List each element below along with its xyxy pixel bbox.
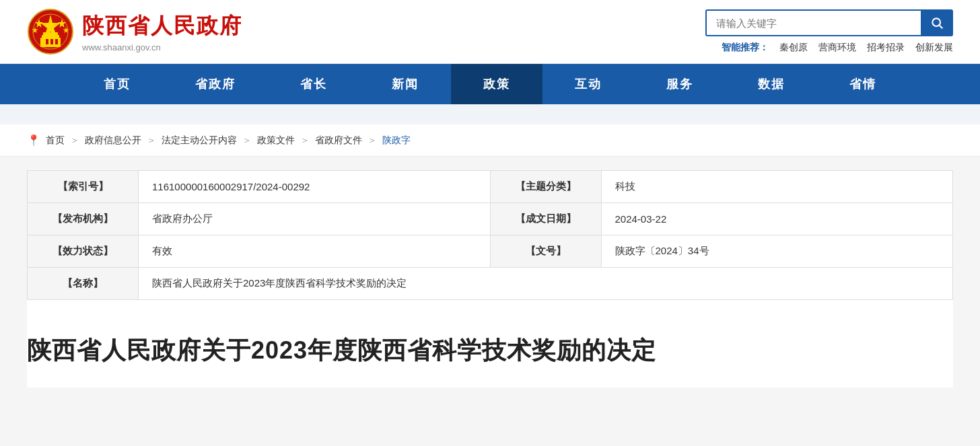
index-value: 116100000160002917/2024-00292: [139, 171, 491, 203]
table-row-publisher: 【发布机构】 省政府办公厅 【成文日期】 2024-03-22: [28, 203, 953, 235]
doc-title-area: 陕西省人民政府关于2023年度陕西省科学技术奖励的决定: [27, 320, 953, 387]
nav-item-government[interactable]: 省政府: [163, 64, 268, 104]
nav-item-interact[interactable]: 互动: [542, 64, 634, 104]
breadcrumb-policy-file[interactable]: 政策文件: [257, 135, 295, 147]
nav-item-province[interactable]: 省情: [817, 64, 909, 104]
date-label: 【成文日期】: [490, 203, 601, 235]
emblem-icon: [27, 8, 74, 55]
doc-main-title: 陕西省人民政府关于2023年度陕西省科学技术奖励的决定: [27, 334, 953, 367]
breadcrumb-sep-2: ＞: [147, 135, 156, 147]
topic-value: 科技: [601, 171, 953, 203]
search-bar: [705, 9, 953, 36]
svg-rect-9: [43, 32, 58, 36]
doc-no-value: 陕政字〔2024〕34号: [601, 235, 953, 268]
smart-recommend: 智能推荐： 秦创原 营商环境 招考招录 创新发展: [722, 42, 953, 54]
breadcrumb-home[interactable]: 首页: [46, 135, 65, 147]
table-row-name: 【名称】 陕西省人民政府关于2023年度陕西省科学技术奖励的决定: [28, 268, 953, 300]
breadcrumb-sep-4: ＞: [300, 135, 310, 147]
svg-rect-10: [46, 39, 48, 44]
logo-area: 陕西省人民政府 www.shaanxi.gov.cn: [27, 8, 242, 55]
breadcrumb-sep-3: ＞: [242, 135, 252, 147]
date-value: 2024-03-22: [601, 203, 953, 235]
smart-link-qinchuangyuan[interactable]: 秦创原: [779, 42, 808, 54]
breadcrumb-current: 陕政字: [382, 135, 411, 147]
nav-item-news[interactable]: 新闻: [359, 64, 451, 104]
table-row-index: 【索引号】 116100000160002917/2024-00292 【主题分…: [28, 171, 953, 203]
nav-item-governor[interactable]: 省长: [268, 64, 359, 104]
nav-bar: 首页 省政府 省长 新闻 政策 互动 服务 数据 省情: [0, 64, 980, 104]
nav-item-policy[interactable]: 政策: [451, 64, 542, 104]
smart-link-zhaokao[interactable]: 招考招录: [867, 42, 905, 54]
site-url: www.shaanxi.gov.cn: [82, 42, 242, 52]
breadcrumb-province-file[interactable]: 省政府文件: [315, 135, 362, 147]
publisher-label: 【发布机构】: [28, 203, 139, 235]
smart-link-yingshanghj[interactable]: 营商环境: [818, 42, 856, 54]
search-button[interactable]: [921, 9, 953, 36]
table-row-status: 【效力状态】 有效 【文号】 陕政字〔2024〕34号: [28, 235, 953, 268]
logo-text: 陕西省人民政府 www.shaanxi.gov.cn: [82, 11, 242, 52]
breadcrumb-legal[interactable]: 法定主动公开内容: [162, 135, 237, 147]
status-value: 有效: [139, 235, 491, 268]
nav-item-data[interactable]: 数据: [726, 64, 817, 104]
name-label: 【名称】: [28, 268, 139, 300]
doc-no-label: 【文号】: [490, 235, 601, 268]
breadcrumb-sep-5: ＞: [368, 135, 377, 147]
content-area: 【索引号】 116100000160002917/2024-00292 【主题分…: [27, 170, 953, 387]
breadcrumb-govinfo[interactable]: 政府信息公开: [85, 135, 141, 147]
header: 陕西省人民政府 www.shaanxi.gov.cn 智能推荐： 秦创原 营商环…: [0, 0, 980, 64]
nav-item-service[interactable]: 服务: [634, 64, 726, 104]
search-input[interactable]: [705, 9, 921, 36]
svg-rect-12: [55, 39, 58, 44]
smart-link-chuangxin[interactable]: 创新发展: [915, 42, 953, 54]
site-title: 陕西省人民政府: [82, 11, 242, 41]
status-label: 【效力状态】: [28, 235, 139, 268]
nav-divider: [0, 104, 980, 124]
publisher-value: 省政府办公厅: [139, 203, 491, 235]
header-right: 智能推荐： 秦创原 营商环境 招考招录 创新发展: [705, 9, 953, 54]
svg-rect-11: [50, 39, 53, 44]
nav-item-home[interactable]: 首页: [71, 64, 163, 104]
breadcrumb: 📍 首页 ＞ 政府信息公开 ＞ 法定主动公开内容 ＞ 政策文件 ＞ 省政府文件 …: [0, 124, 980, 157]
smart-label: 智能推荐：: [722, 42, 769, 54]
doc-info-table: 【索引号】 116100000160002917/2024-00292 【主题分…: [27, 170, 953, 300]
svg-line-14: [940, 26, 943, 29]
breadcrumb-sep-1: ＞: [70, 135, 79, 147]
search-icon: [930, 16, 944, 30]
svg-point-13: [932, 18, 940, 26]
location-icon: 📍: [27, 134, 40, 147]
name-value: 陕西省人民政府关于2023年度陕西省科学技术奖励的决定: [139, 268, 953, 300]
topic-label: 【主题分类】: [490, 171, 601, 203]
index-label: 【索引号】: [28, 171, 139, 203]
